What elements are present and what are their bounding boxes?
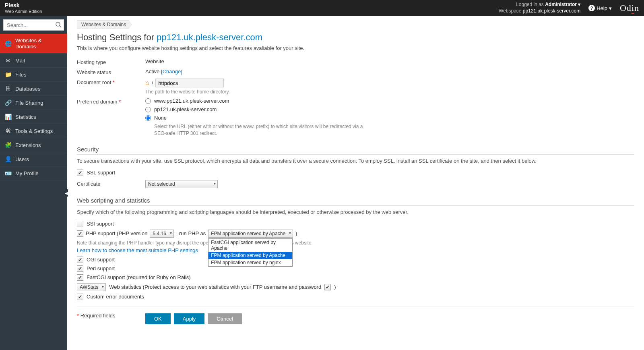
stats-select[interactable]: AWStats [77,283,106,291]
security-desc: To secure transactions with your site, u… [77,158,634,164]
preferred-plain-radio[interactable] [145,107,151,112]
cancel-button[interactable]: Cancel [208,313,242,324]
help-icon: ? [588,5,595,11]
fastcgi-checkbox[interactable]: ✔ [77,274,83,281]
hosting-type-label: Hosting type [77,58,145,65]
custom-err-checkbox[interactable]: ✔ [77,294,83,300]
preferred-www-radio[interactable] [145,98,151,104]
webspace-value: pp121.uk.plesk-server.com [523,8,580,14]
ssi-checkbox[interactable] [77,221,83,227]
sidebar-item-databases[interactable]: 🗄Databases [0,82,67,96]
nav-label: File Sharing [15,100,43,106]
odin-logo: Odin [620,3,639,13]
nav-icon: 🗄 [5,85,11,92]
nav-label: Statistics [15,114,36,120]
docroot-input[interactable] [155,79,224,87]
cgi-label: CGI support [87,257,115,263]
sidebar-item-websites-domains[interactable]: 🌐Websites & Domains [0,34,67,54]
preferred-none-label: None [154,115,167,121]
sidebar-item-my-profile[interactable]: 🪪My Profile [0,166,67,180]
content: ◀ Websites & Domains Hosting Settings fo… [67,16,644,350]
php-label-pre: PHP support (PHP version [86,230,147,236]
cert-select[interactable]: Not selected [145,180,218,188]
stats-label: Web statistics (Protect access to your w… [109,284,321,290]
nav-label: Extensions [15,142,41,148]
custom-err-label: Custom error documents [87,294,144,300]
brand-edition: Web Admin Edition [5,9,42,14]
ssl-label: SSL support [87,170,115,176]
nav-label: Mail [15,58,25,64]
nav-icon: 🔗 [5,99,11,106]
breadcrumb[interactable]: Websites & Domains [77,20,132,29]
nav-icon: 👤 [5,156,11,162]
nav-label: Databases [15,86,40,92]
nav-icon: 🌐 [5,40,11,47]
nav-icon: 📊 [5,114,11,120]
php-handler-select[interactable]: FPM application served by Apache [208,230,293,238]
php-handler-option-fpm-nginx[interactable]: FPM application served by nginx [208,259,292,266]
security-heading: Security [77,146,634,155]
page-title: Hosting Settings for pp121.uk.plesk-serv… [77,32,634,43]
php-handler-option-fastcgi[interactable]: FastCGI application served by Apache [208,239,292,252]
topbar: Plesk Web Admin Edition Logged in as Adm… [0,0,644,16]
scripting-desc: Specify which of the following programmi… [77,209,634,215]
perl-label: Perl support [87,265,115,271]
preferred-www-label: www.pp121.uk.plesk-server.com [154,98,229,104]
php-label-mid: , run PHP as [176,230,206,236]
ok-button[interactable]: OK [145,313,171,324]
ssi-label: SSI support [87,221,114,227]
sidebar: 🌐Websites & Domains✉Mail📁Files🗄Databases… [0,16,67,350]
home-icon: ⌂ [145,79,149,87]
apply-button[interactable]: Apply [174,313,205,324]
admin-link[interactable]: Administrator ▾ [545,2,580,7]
docroot-prefix: / [152,80,153,86]
sidebar-item-files[interactable]: 📁Files [0,68,67,82]
php-version-select[interactable]: 5.4.16 [150,230,173,238]
preferred-none-radio[interactable] [145,115,151,121]
sidebar-item-extensions[interactable]: 🧩Extensions [0,138,67,152]
perl-checkbox[interactable]: ✔ [77,265,83,272]
preferred-domain-label: Preferred domain [77,99,117,105]
sidebar-item-users[interactable]: 👤Users [0,152,67,166]
scripting-heading: Web scripting and statistics [77,197,634,206]
nav-label: Files [15,72,26,78]
nav-icon: 🧩 [5,142,11,148]
logged-in-label: Logged in as [516,2,544,7]
status-change-link[interactable]: [Change] [161,68,182,75]
nav-icon: ✉ [5,57,11,64]
svg-line-1 [60,26,61,27]
nav-icon: 🪪 [5,170,11,176]
cgi-checkbox[interactable]: ✔ [77,257,83,263]
webspace-label: Webspace [499,8,521,14]
help-link[interactable]: ? Help ▾ [588,5,612,11]
ssl-checkbox[interactable]: ✔ [77,170,83,176]
nav-label: Websites & Domains [15,37,62,50]
docroot-label: Document root [77,79,111,85]
search-icon[interactable] [55,21,62,29]
fastcgi-label: FastCGI support (required for Ruby on Ra… [87,274,191,280]
sidebar-collapse[interactable]: ◀ [65,189,68,197]
svg-point-0 [56,22,60,26]
preferred-plain-label: pp121.uk.plesk-server.com [154,106,217,112]
php-checkbox[interactable]: ✔ [77,230,83,237]
php-handler-dropdown: FastCGI application served by Apache FPM… [208,238,293,267]
php-handler-option-fpm-apache[interactable]: FPM application served by Apache [208,252,292,259]
php-learn-link[interactable]: Learn how to choose the most suitable PH… [77,247,634,253]
required-label: Required fields [80,313,116,319]
sidebar-item-tools-settings[interactable]: 🛠Tools & Settings [0,124,67,138]
hosting-type-value: Website [145,58,634,64]
brand-block: Plesk Web Admin Edition [5,2,42,13]
sidebar-item-file-sharing[interactable]: 🔗File Sharing [0,96,67,110]
nav-label: Users [15,156,29,162]
stats-protect-checkbox[interactable]: ✔ [324,284,331,290]
page-description: This is where you configure website host… [77,45,634,51]
sidebar-item-statistics[interactable]: 📊Statistics [0,110,67,124]
website-status-value: Active [145,68,159,75]
docroot-hint: The path to the website home directory. [145,89,634,95]
preferred-hint: Select the URL (either with or without t… [145,123,371,137]
nav-label: My Profile [15,170,39,176]
sidebar-item-mail[interactable]: ✉Mail [0,54,67,68]
domain-link[interactable]: pp121.uk.plesk-server.com [157,32,262,42]
website-status-label: Website status [77,68,145,75]
cert-label: Certificate [77,180,145,187]
